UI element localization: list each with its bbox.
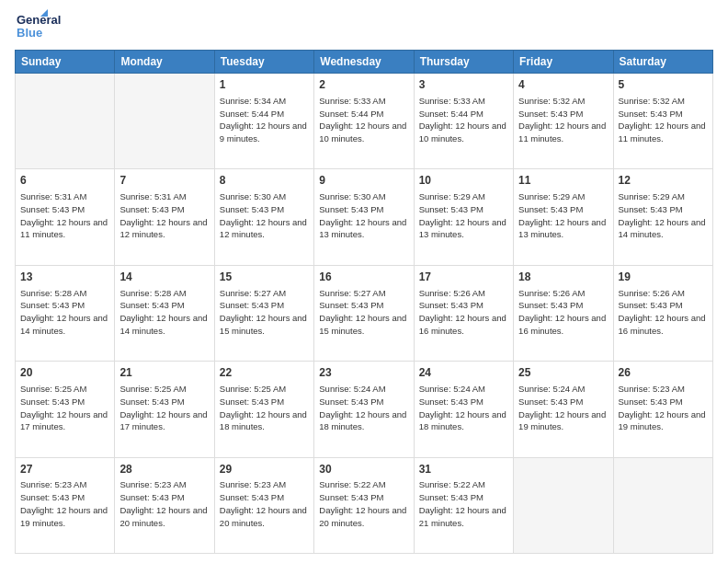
- logo-icon: General Blue: [15, 9, 88, 42]
- day-info: Sunrise: 5:27 AM Sunset: 5:43 PM Dayligh…: [220, 287, 309, 338]
- day-number: 10: [419, 173, 508, 189]
- calendar-week-row: 6Sunrise: 5:31 AM Sunset: 5:43 PM Daylig…: [16, 169, 713, 265]
- weekday-header-thursday: Thursday: [414, 51, 513, 74]
- calendar-cell: 9Sunrise: 5:30 AM Sunset: 5:43 PM Daylig…: [314, 169, 414, 265]
- calendar-cell: 21Sunrise: 5:25 AM Sunset: 5:43 PM Dayli…: [115, 362, 214, 457]
- calendar-cell: 31Sunrise: 5:22 AM Sunset: 5:43 PM Dayli…: [414, 457, 513, 553]
- day-number: 5: [619, 77, 708, 93]
- calendar-cell: 6Sunrise: 5:31 AM Sunset: 5:43 PM Daylig…: [16, 169, 115, 265]
- day-info: Sunrise: 5:28 AM Sunset: 5:43 PM Dayligh…: [20, 287, 109, 338]
- calendar-cell: 28Sunrise: 5:23 AM Sunset: 5:43 PM Dayli…: [115, 457, 214, 553]
- calendar-cell: 16Sunrise: 5:27 AM Sunset: 5:43 PM Dayli…: [314, 265, 414, 361]
- day-info: Sunrise: 5:28 AM Sunset: 5:43 PM Dayligh…: [119, 287, 209, 338]
- day-number: 17: [419, 270, 508, 285]
- calendar-cell: 14Sunrise: 5:28 AM Sunset: 5:43 PM Dayli…: [115, 265, 214, 361]
- day-info: Sunrise: 5:24 AM Sunset: 5:43 PM Dayligh…: [319, 383, 408, 433]
- calendar-cell: 24Sunrise: 5:24 AM Sunset: 5:43 PM Dayli…: [414, 362, 513, 457]
- weekday-header-row: SundayMondayTuesdayWednesdayThursdayFrid…: [16, 51, 713, 74]
- day-info: Sunrise: 5:33 AM Sunset: 5:44 PM Dayligh…: [319, 95, 408, 145]
- page: General Blue SundayMondayTuesdayWednesda…: [0, 0, 728, 563]
- day-info: Sunrise: 5:26 AM Sunset: 5:43 PM Dayligh…: [518, 287, 608, 338]
- day-info: Sunrise: 5:23 AM Sunset: 5:43 PM Dayligh…: [220, 478, 309, 529]
- day-info: Sunrise: 5:23 AM Sunset: 5:43 PM Dayligh…: [119, 478, 209, 529]
- calendar-cell: 17Sunrise: 5:26 AM Sunset: 5:43 PM Dayli…: [414, 265, 513, 361]
- calendar-week-row: 20Sunrise: 5:25 AM Sunset: 5:43 PM Dayli…: [16, 362, 713, 457]
- day-number: 29: [220, 462, 309, 477]
- calendar-cell: [115, 74, 214, 169]
- day-number: 15: [220, 270, 309, 285]
- day-info: Sunrise: 5:24 AM Sunset: 5:43 PM Dayligh…: [419, 383, 508, 433]
- weekday-header-tuesday: Tuesday: [214, 51, 313, 74]
- day-number: 28: [119, 462, 209, 477]
- calendar-cell: 15Sunrise: 5:27 AM Sunset: 5:43 PM Dayli…: [214, 265, 313, 361]
- day-info: Sunrise: 5:22 AM Sunset: 5:43 PM Dayligh…: [419, 478, 508, 529]
- calendar-cell: 22Sunrise: 5:25 AM Sunset: 5:43 PM Dayli…: [214, 362, 313, 457]
- calendar-week-row: 27Sunrise: 5:23 AM Sunset: 5:43 PM Dayli…: [16, 457, 713, 553]
- day-number: 31: [419, 462, 508, 477]
- weekday-header-saturday: Saturday: [613, 51, 712, 74]
- calendar-cell: 7Sunrise: 5:31 AM Sunset: 5:43 PM Daylig…: [115, 169, 214, 265]
- day-info: Sunrise: 5:23 AM Sunset: 5:43 PM Dayligh…: [20, 478, 109, 529]
- calendar-cell: 20Sunrise: 5:25 AM Sunset: 5:43 PM Dayli…: [16, 362, 115, 457]
- calendar-cell: 3Sunrise: 5:33 AM Sunset: 5:44 PM Daylig…: [414, 74, 513, 169]
- day-info: Sunrise: 5:33 AM Sunset: 5:44 PM Dayligh…: [419, 95, 508, 145]
- day-info: Sunrise: 5:29 AM Sunset: 5:43 PM Dayligh…: [619, 190, 708, 241]
- day-number: 26: [619, 365, 708, 381]
- day-info: Sunrise: 5:26 AM Sunset: 5:43 PM Dayligh…: [419, 287, 508, 338]
- svg-text:General: General: [17, 13, 61, 27]
- day-info: Sunrise: 5:25 AM Sunset: 5:43 PM Dayligh…: [119, 383, 209, 433]
- day-info: Sunrise: 5:25 AM Sunset: 5:43 PM Dayligh…: [20, 383, 109, 433]
- day-info: Sunrise: 5:31 AM Sunset: 5:43 PM Dayligh…: [20, 190, 109, 241]
- calendar-cell: [16, 74, 115, 169]
- day-info: Sunrise: 5:32 AM Sunset: 5:43 PM Dayligh…: [518, 95, 608, 145]
- day-number: 23: [319, 365, 408, 381]
- calendar-table: SundayMondayTuesdayWednesdayThursdayFrid…: [15, 50, 713, 554]
- day-number: 4: [518, 77, 608, 93]
- svg-text:Blue: Blue: [17, 26, 42, 40]
- calendar-week-row: 1Sunrise: 5:34 AM Sunset: 5:44 PM Daylig…: [16, 74, 713, 169]
- day-info: Sunrise: 5:24 AM Sunset: 5:43 PM Dayligh…: [518, 383, 608, 433]
- day-info: Sunrise: 5:25 AM Sunset: 5:43 PM Dayligh…: [220, 383, 309, 433]
- day-number: 12: [619, 173, 708, 189]
- day-info: Sunrise: 5:32 AM Sunset: 5:43 PM Dayligh…: [619, 95, 708, 145]
- logo: General Blue: [15, 9, 88, 42]
- calendar-cell: 2Sunrise: 5:33 AM Sunset: 5:44 PM Daylig…: [314, 74, 414, 169]
- calendar-cell: 29Sunrise: 5:23 AM Sunset: 5:43 PM Dayli…: [214, 457, 313, 553]
- day-number: 13: [20, 270, 109, 285]
- day-info: Sunrise: 5:23 AM Sunset: 5:43 PM Dayligh…: [619, 383, 708, 433]
- calendar-cell: 4Sunrise: 5:32 AM Sunset: 5:43 PM Daylig…: [514, 74, 613, 169]
- calendar-cell: [514, 457, 613, 553]
- calendar-cell: 19Sunrise: 5:26 AM Sunset: 5:43 PM Dayli…: [613, 265, 712, 361]
- calendar-cell: 8Sunrise: 5:30 AM Sunset: 5:43 PM Daylig…: [214, 169, 313, 265]
- day-number: 1: [220, 77, 309, 93]
- header: General Blue: [15, 9, 713, 42]
- day-number: 2: [319, 77, 408, 93]
- calendar-cell: 30Sunrise: 5:22 AM Sunset: 5:43 PM Dayli…: [314, 457, 414, 553]
- day-info: Sunrise: 5:31 AM Sunset: 5:43 PM Dayligh…: [119, 190, 209, 241]
- weekday-header-monday: Monday: [115, 51, 214, 74]
- calendar-cell: 23Sunrise: 5:24 AM Sunset: 5:43 PM Dayli…: [314, 362, 414, 457]
- day-info: Sunrise: 5:22 AM Sunset: 5:43 PM Dayligh…: [319, 478, 408, 529]
- calendar-cell: 5Sunrise: 5:32 AM Sunset: 5:43 PM Daylig…: [613, 74, 712, 169]
- day-info: Sunrise: 5:30 AM Sunset: 5:43 PM Dayligh…: [319, 190, 408, 241]
- day-number: 14: [119, 270, 209, 285]
- day-number: 9: [319, 173, 408, 189]
- day-number: 6: [20, 173, 109, 189]
- calendar-cell: [613, 457, 712, 553]
- day-info: Sunrise: 5:29 AM Sunset: 5:43 PM Dayligh…: [518, 190, 608, 241]
- calendar-cell: 13Sunrise: 5:28 AM Sunset: 5:43 PM Dayli…: [16, 265, 115, 361]
- day-number: 22: [220, 365, 309, 381]
- day-number: 3: [419, 77, 508, 93]
- day-number: 25: [518, 365, 608, 381]
- day-number: 8: [220, 173, 309, 189]
- weekday-header-friday: Friday: [514, 51, 613, 74]
- day-number: 19: [619, 270, 708, 285]
- day-info: Sunrise: 5:26 AM Sunset: 5:43 PM Dayligh…: [619, 287, 708, 338]
- day-number: 18: [518, 270, 608, 285]
- day-number: 24: [419, 365, 508, 381]
- calendar-cell: 25Sunrise: 5:24 AM Sunset: 5:43 PM Dayli…: [514, 362, 613, 457]
- calendar-cell: 18Sunrise: 5:26 AM Sunset: 5:43 PM Dayli…: [514, 265, 613, 361]
- weekday-header-sunday: Sunday: [16, 51, 115, 74]
- day-info: Sunrise: 5:29 AM Sunset: 5:43 PM Dayligh…: [419, 190, 508, 241]
- day-number: 7: [119, 173, 209, 189]
